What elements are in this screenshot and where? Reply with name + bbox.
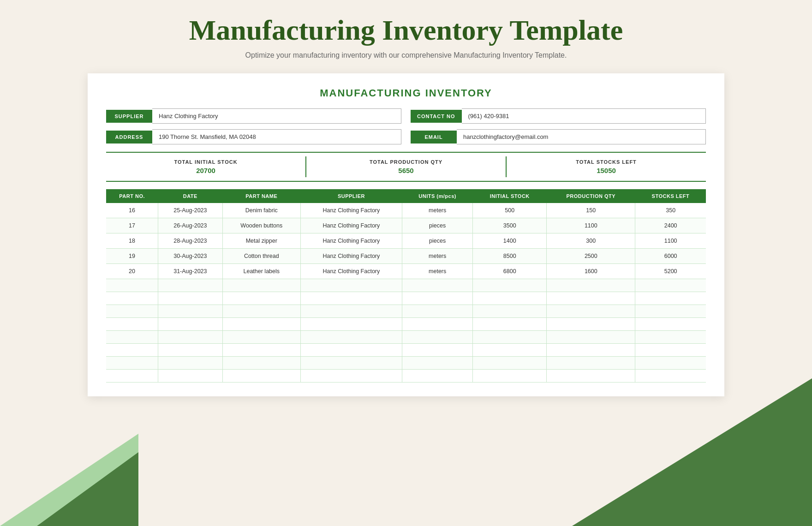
empty-row — [106, 279, 706, 292]
empty-row — [106, 318, 706, 331]
info-row-address: ADDRESS 190 Thorne St. Mansfield, MA 020… — [106, 129, 706, 144]
contact-value: (961) 420-9381 — [462, 108, 706, 124]
page-subtitle: Optimize your manufacturing inventory wi… — [245, 51, 567, 60]
supplier-value: Hanz Clothing Factory — [152, 108, 401, 124]
table-row: 1828-Aug-2023Metal zipperHanz Clothing F… — [106, 233, 706, 249]
table-row: 1930-Aug-2023Cotton threadHanz Clothing … — [106, 249, 706, 264]
col-stocks-left: STOCKS LEFT — [635, 189, 706, 203]
supplier-label: SUPPLIER — [106, 110, 152, 123]
col-initial-stock: INITIAL STOCK — [473, 189, 547, 203]
inventory-table: PART NO. DATE PART NAME SUPPLIER UNITS (… — [106, 189, 706, 383]
table-row: 1625-Aug-2023Denim fabricHanz Clothing F… — [106, 203, 706, 218]
col-part-no: PART NO. — [106, 189, 158, 203]
col-production-qty: PRODUCTION QTY — [547, 189, 635, 203]
page-title: Manufacturing Inventory Template — [189, 14, 623, 47]
total-production-qty-label: TOTAL PRODUCTION QTY — [306, 159, 506, 165]
col-supplier: SUPPLIER — [300, 189, 402, 203]
total-initial-stock-label: TOTAL INITIAL STOCK — [106, 159, 305, 165]
col-units: UNITS (m/pcs) — [402, 189, 473, 203]
total-stocks-left-value: 15050 — [507, 167, 706, 174]
empty-row — [106, 292, 706, 305]
empty-row — [106, 305, 706, 318]
inventory-card: MANUFACTURING INVENTORY SUPPLIER Hanz Cl… — [88, 73, 724, 396]
info-row-supplier: SUPPLIER Hanz Clothing Factory CONTACT N… — [106, 108, 706, 124]
col-part-name: PART NAME — [222, 189, 300, 203]
address-value: 190 Thorne St. Mansfield, MA 02048 — [152, 129, 401, 144]
total-initial-stock-value: 20700 — [106, 167, 305, 174]
summary-row: TOTAL INITIAL STOCK 20700 TOTAL PRODUCTI… — [106, 152, 706, 182]
col-date: DATE — [158, 189, 222, 203]
table-row: 1726-Aug-2023Wooden buttonsHanz Clothing… — [106, 218, 706, 233]
total-stocks-left: TOTAL STOCKS LEFT 15050 — [506, 156, 706, 177]
contact-label: CONTACT NO — [411, 110, 462, 123]
total-production-qty-value: 5650 — [306, 167, 506, 174]
empty-row — [106, 344, 706, 357]
email-value: hanzclothingfactory@email.com — [457, 129, 706, 144]
card-title: MANUFACTURING INVENTORY — [106, 87, 706, 99]
table-header: PART NO. DATE PART NAME SUPPLIER UNITS (… — [106, 189, 706, 203]
email-label: EMAIL — [411, 131, 457, 143]
table-body: 1625-Aug-2023Denim fabricHanz Clothing F… — [106, 203, 706, 383]
address-label: ADDRESS — [106, 131, 152, 143]
total-initial-stock: TOTAL INITIAL STOCK 20700 — [106, 156, 305, 177]
empty-row — [106, 331, 706, 344]
total-production-qty: TOTAL PRODUCTION QTY 5650 — [305, 156, 506, 177]
empty-row — [106, 370, 706, 383]
table-row: 2031-Aug-2023Leather labelsHanz Clothing… — [106, 264, 706, 279]
total-stocks-left-label: TOTAL STOCKS LEFT — [507, 159, 706, 165]
empty-row — [106, 357, 706, 370]
